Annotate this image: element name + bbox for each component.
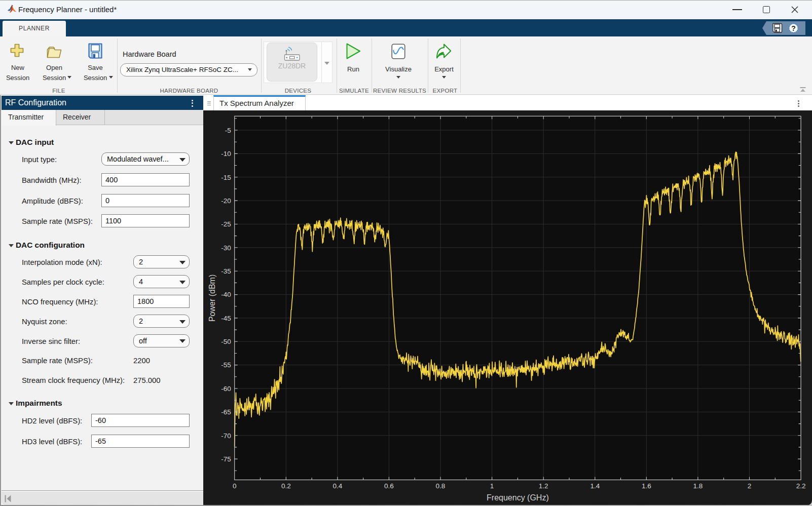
svg-text:1.4: 1.4 <box>590 482 600 490</box>
svg-text:-65: -65 <box>221 408 231 416</box>
svg-text:-10: -10 <box>221 150 231 158</box>
svg-text:-40: -40 <box>221 291 231 298</box>
svg-text:-5: -5 <box>225 126 231 134</box>
svg-text:1.2: 1.2 <box>539 482 548 490</box>
svg-text:0.8: 0.8 <box>436 482 446 490</box>
svg-text:-30: -30 <box>221 244 231 251</box>
svg-text:-50: -50 <box>221 338 231 345</box>
svg-text:-60: -60 <box>221 384 231 392</box>
svg-text:1.8: 1.8 <box>693 482 703 490</box>
svg-text:2: 2 <box>748 482 752 490</box>
svg-text:1.6: 1.6 <box>642 482 651 490</box>
svg-text:-75: -75 <box>221 455 231 462</box>
svg-text:1: 1 <box>490 482 494 490</box>
svg-text:0.6: 0.6 <box>384 482 394 490</box>
svg-text:0.4: 0.4 <box>333 482 343 490</box>
svg-text:-45: -45 <box>221 314 231 322</box>
svg-text:-70: -70 <box>221 432 231 439</box>
svg-text:-25: -25 <box>221 220 231 228</box>
svg-text:-55: -55 <box>221 361 231 369</box>
svg-text:0.2: 0.2 <box>281 482 291 490</box>
svg-text:Power (dBm): Power (dBm) <box>208 274 216 321</box>
svg-text:Frequency (GHz): Frequency (GHz) <box>487 493 549 502</box>
svg-text:0: 0 <box>233 482 237 490</box>
svg-text:?: ? <box>791 24 796 32</box>
svg-text:-15: -15 <box>221 173 231 181</box>
svg-text:2.2: 2.2 <box>796 482 806 490</box>
svg-text:-20: -20 <box>221 197 231 204</box>
svg-text:-35: -35 <box>221 267 231 275</box>
